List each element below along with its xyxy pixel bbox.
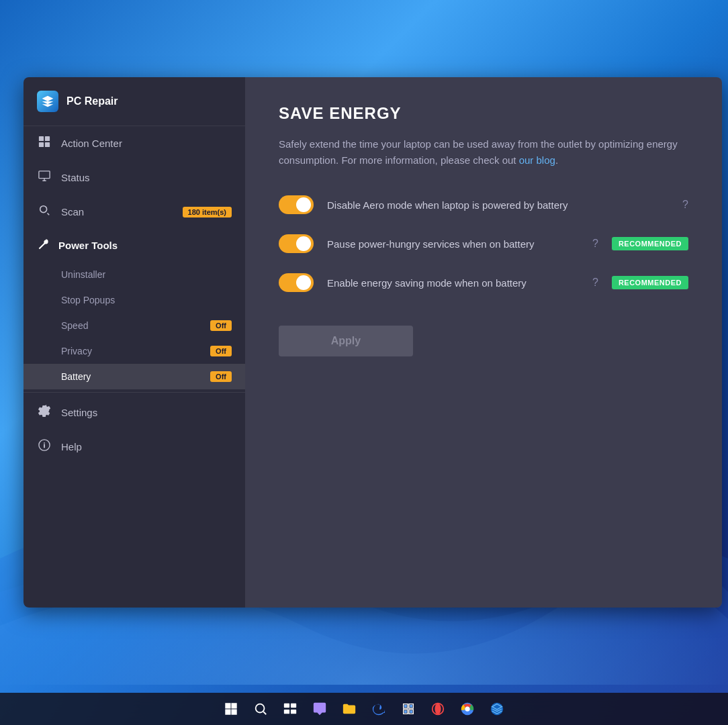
sidebar-item-battery[interactable]: Battery Off — [24, 364, 245, 389]
nav-divider — [24, 392, 245, 393]
sidebar-item-uninstaller-label: Uninstaller — [61, 269, 105, 280]
page-title: SAVE ENERGY — [279, 104, 688, 123]
sidebar-item-status[interactable]: Status — [24, 160, 245, 195]
help-icon-energy-saving[interactable]: ? — [592, 277, 598, 289]
toggle-row-aero: Disable Aero mode when laptop is powered… — [279, 195, 688, 214]
sidebar-item-power-tools[interactable]: Power Tools — [24, 229, 245, 262]
sidebar-item-help-label: Help — [61, 441, 82, 452]
wrench-icon — [37, 238, 49, 252]
taskbar-start-button[interactable] — [218, 695, 244, 722]
svg-rect-2 — [39, 142, 44, 147]
svg-rect-0 — [39, 136, 44, 141]
taskbar-store-button[interactable] — [395, 695, 422, 722]
sidebar-item-action-center-label: Action Center — [61, 138, 122, 149]
svg-rect-10 — [291, 704, 296, 708]
sidebar: PC Repair Action Center St — [24, 77, 245, 608]
svg-rect-12 — [291, 710, 296, 714]
toggle-row-power-hungry: Pause power-hungry services when on batt… — [279, 234, 688, 253]
toggle-row-energy-saving: Enable energy saving mode when on batter… — [279, 273, 688, 292]
main-content: SAVE ENERGY Safely extend the time your … — [245, 77, 722, 608]
privacy-badge: Off — [210, 346, 232, 356]
taskbar-pc-repair-button[interactable] — [484, 695, 510, 722]
toggle-power-hungry-label: Pause power-hungry services when on batt… — [327, 238, 579, 250]
scan-badge: 180 item(s) — [183, 207, 232, 218]
taskbar — [0, 693, 728, 725]
toggle-power-hungry-thumb — [296, 236, 311, 251]
toggle-energy-saving[interactable] — [279, 273, 314, 292]
sidebar-item-settings-label: Settings — [61, 407, 97, 418]
sidebar-item-scan-label: Scan — [61, 206, 84, 218]
blog-link[interactable]: our blog — [519, 154, 555, 166]
toggle-energy-saving-thumb — [296, 275, 311, 290]
sidebar-item-action-center[interactable]: Action Center — [24, 126, 245, 160]
toggle-aero-label: Disable Aero mode when laptop is powered… — [327, 199, 669, 211]
search-icon — [37, 204, 52, 220]
gear-icon — [37, 405, 52, 420]
svg-rect-3 — [45, 142, 50, 147]
taskbar-opera-button[interactable] — [424, 695, 451, 722]
sidebar-power-tools-label: Power Tools — [58, 240, 118, 251]
info-icon — [37, 439, 52, 454]
page-description: Safely extend the time your laptop can b… — [279, 136, 688, 168]
taskbar-chat-button[interactable] — [306, 695, 333, 722]
description-text-1: Safely extend the time your laptop can b… — [279, 138, 678, 166]
sidebar-item-privacy[interactable]: Privacy Off — [24, 338, 245, 364]
svg-rect-11 — [284, 710, 289, 714]
sidebar-item-scan[interactable]: Scan 180 item(s) — [24, 195, 245, 229]
grid-icon — [37, 136, 52, 151]
sidebar-item-battery-label: Battery — [61, 371, 91, 382]
help-icon-aero[interactable]: ? — [682, 199, 688, 211]
taskbar-file-explorer-button[interactable] — [336, 695, 363, 722]
toggle-power-hungry-track[interactable] — [279, 234, 314, 253]
sidebar-item-stop-popups-label: Stop Popups — [61, 295, 115, 305]
sidebar-item-stop-popups[interactable]: Stop Popups — [24, 287, 245, 313]
svg-point-5 — [40, 206, 47, 213]
svg-rect-4 — [39, 171, 50, 179]
sidebar-item-status-label: Status — [61, 172, 90, 183]
monitor-icon — [37, 170, 52, 185]
svg-rect-1 — [45, 136, 50, 141]
taskbar-chrome-button[interactable] — [454, 695, 481, 722]
toggle-energy-saving-track[interactable] — [279, 273, 314, 292]
toggle-aero-mode[interactable] — [279, 195, 314, 214]
apply-button[interactable]: Apply — [279, 326, 413, 356]
recommended-badge-power-hungry: RECOMMENDED — [612, 237, 688, 250]
app-title: PC Repair — [66, 95, 118, 107]
svg-point-14 — [435, 704, 441, 715]
toggle-energy-saving-label: Enable energy saving mode when on batter… — [327, 277, 579, 289]
taskbar-edge-button[interactable] — [365, 695, 392, 722]
recommended-badge-energy-saving: RECOMMENDED — [612, 276, 688, 289]
svg-point-7 — [44, 442, 45, 444]
sidebar-item-privacy-label: Privacy — [61, 346, 92, 356]
toggle-aero-thumb — [296, 197, 311, 212]
description-text-2: . — [555, 154, 558, 166]
toggle-power-hungry[interactable] — [279, 234, 314, 253]
sidebar-item-speed-label: Speed — [61, 320, 88, 331]
taskbar-search-button[interactable] — [247, 695, 274, 722]
taskbar-task-view-button[interactable] — [277, 695, 304, 722]
sidebar-item-settings[interactable]: Settings — [24, 395, 245, 430]
svg-point-16 — [465, 706, 469, 711]
sidebar-item-help[interactable]: Help — [24, 430, 245, 464]
help-icon-power-hungry[interactable]: ? — [592, 238, 598, 250]
sidebar-header: PC Repair — [24, 77, 245, 126]
svg-rect-9 — [284, 704, 289, 708]
battery-badge: Off — [210, 371, 232, 382]
speed-badge: Off — [210, 320, 232, 331]
toggle-aero-track[interactable] — [279, 195, 314, 214]
svg-point-8 — [256, 704, 265, 713]
sidebar-item-uninstaller[interactable]: Uninstaller — [24, 262, 245, 287]
app-logo — [37, 91, 58, 112]
app-window: PC Repair Action Center St — [24, 77, 722, 608]
sidebar-item-speed[interactable]: Speed Off — [24, 313, 245, 338]
